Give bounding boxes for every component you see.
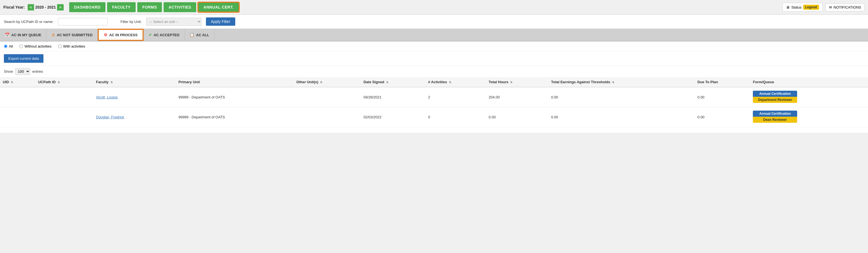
- check-icon: ✔: [149, 33, 152, 37]
- sort-other-icon[interactable]: ⇅: [320, 81, 322, 84]
- table-container: UID ⇅ UCPath ID ⇅ Faculty ⇅ Primary Unit…: [0, 77, 868, 133]
- entries-select[interactable]: 100: [15, 68, 30, 75]
- cell-uid-2: [0, 107, 35, 127]
- sort-faculty-icon[interactable]: ⇅: [111, 81, 113, 84]
- cell-faculty-2[interactable]: Douglas, Fredrick: [93, 107, 176, 127]
- main-nav: DASHBOARD FACULTY FORMS ACTIVITIES ANNUA…: [69, 2, 780, 12]
- cell-hours-1: 204.00: [486, 87, 548, 107]
- col-form-queue: Form/Queue: [750, 77, 868, 87]
- sort-hours-icon[interactable]: ⇅: [510, 81, 512, 84]
- prev-year-button[interactable]: <: [28, 4, 34, 10]
- show-label: Show: [4, 69, 13, 74]
- export-row: Export current data: [0, 51, 868, 66]
- gear-icon: ⚙: [104, 33, 107, 37]
- tab-ac-accepted[interactable]: ✔ AC ACCEPTED: [144, 29, 185, 41]
- radio-all-input[interactable]: [4, 44, 7, 48]
- cell-primary-1: 99999 - Department of OATS: [176, 87, 294, 107]
- calendar-icon: 📅: [5, 33, 10, 37]
- notif-label: NOTIFICATIONS: [834, 5, 861, 9]
- search-input[interactable]: [58, 18, 108, 26]
- table-row: Douglas, Fredrick 99999 - Department of …: [0, 107, 868, 127]
- col-ucpath: UCPath ID ⇅: [35, 77, 93, 87]
- col-total-earnings: Total Earnings Against Thresholds ⇅: [548, 77, 695, 87]
- tab-ac-in-my-queue-label: AC IN MY QUEUE: [11, 33, 41, 37]
- header: Fiscal Year: < 2020 - 2021 > DASHBOARD F…: [0, 0, 868, 15]
- cell-earnings-2: 0.00: [548, 107, 695, 127]
- cell-primary-2: 99999 - Department of OATS: [176, 107, 294, 127]
- tab-ac-in-my-queue[interactable]: 📅 AC IN MY QUEUE: [0, 29, 46, 41]
- col-activities: # Activities ⇅: [426, 77, 486, 87]
- notifications-button[interactable]: ✉ NOTIFICATIONS: [826, 3, 865, 11]
- table-header-row: UID ⇅ UCPath ID ⇅ Faculty ⇅ Primary Unit…: [0, 77, 868, 87]
- fiscal-year-nav: < 2020 - 2021 >: [28, 4, 64, 10]
- tab-ac-accepted-label: AC ACCEPTED: [154, 33, 179, 37]
- form-queue-top-2: Annual Certification: [753, 111, 797, 117]
- radio-without-input[interactable]: [20, 44, 23, 48]
- sort-activities-icon[interactable]: ⇅: [449, 81, 451, 84]
- export-button[interactable]: Export current data: [4, 54, 43, 63]
- radio-with-label: With activities: [63, 44, 85, 48]
- envelope-icon: ✉: [829, 5, 832, 9]
- nav-dashboard[interactable]: DASHBOARD: [69, 2, 106, 12]
- unit-select[interactable]: -- Select an unit --: [146, 18, 202, 26]
- sort-ucpath-icon[interactable]: ⇅: [58, 81, 60, 84]
- status-label: Status: [791, 5, 802, 9]
- radio-with-input[interactable]: [58, 44, 62, 48]
- fiscal-year-value: 2020 - 2021: [35, 5, 56, 9]
- tab-ac-all[interactable]: 📋 AC ALL: [185, 29, 214, 41]
- status-button[interactable]: 🖥 Status Legend: [782, 3, 823, 12]
- radio-with-activities[interactable]: With activities: [58, 44, 85, 48]
- tab-ac-not-submitted-label: AC NOT SUBMITTED: [57, 33, 92, 37]
- fiscal-year-label: Fiscal Year:: [3, 5, 25, 9]
- cell-activities-2: 0: [426, 107, 486, 127]
- cell-hours-2: 0.00: [486, 107, 548, 127]
- tab-ac-in-process[interactable]: ⚙ AC IN PROCESS: [98, 29, 143, 40]
- cell-earnings-1: 0.00: [548, 87, 695, 107]
- form-queue-badge-2[interactable]: Annual Certification Dean Reviewer: [753, 111, 797, 123]
- filter-row: Search by UCPath ID or name: Filter by U…: [0, 15, 868, 29]
- sort-earnings-icon[interactable]: ⇅: [612, 81, 614, 84]
- col-primary-unit: Primary Unit: [176, 77, 294, 87]
- cell-faculty-1[interactable]: Alcott, Louisa: [93, 87, 176, 107]
- cell-ucpath-2: [35, 107, 93, 127]
- tab-ac-in-process-label: AC IN PROCESS: [109, 33, 137, 37]
- nav-annual-cert[interactable]: ANNUAL CERT.: [198, 2, 239, 12]
- cell-other-1: [293, 87, 361, 107]
- col-due-to-plan: Due To Plan: [695, 77, 750, 87]
- tab-ac-not-submitted[interactable]: ⚠ AC NOT SUBMITTED: [46, 29, 98, 41]
- cell-other-2: [293, 107, 361, 127]
- cell-date-1: 09/28/2021: [361, 87, 426, 107]
- legend-badge: Legend: [803, 5, 819, 10]
- radio-row: All Without activities With activities: [0, 41, 868, 51]
- form-queue-bottom-2: Dean Reviewer: [753, 117, 797, 123]
- col-faculty: Faculty ⇅: [93, 77, 176, 87]
- radio-without-label: Without activities: [24, 44, 52, 48]
- cell-due-1: 0.00: [695, 87, 750, 107]
- tab-row: 📅 AC IN MY QUEUE ⚠ AC NOT SUBMITTED ⚙ AC…: [0, 29, 868, 41]
- radio-without-activities[interactable]: Without activities: [20, 44, 52, 48]
- col-total-hours: Total Hours ⇅: [486, 77, 548, 87]
- cell-form-1: Annual Certification Department Reviewer: [750, 87, 868, 107]
- apply-filter-button[interactable]: Apply Filter: [206, 17, 235, 26]
- cell-uid-1: [0, 87, 35, 107]
- next-year-button[interactable]: >: [57, 4, 64, 10]
- filter-unit-label: Filter by Unit:: [120, 20, 142, 24]
- show-entries-row: Show 100 entries: [0, 66, 868, 77]
- cell-form-2: Annual Certification Dean Reviewer: [750, 107, 868, 127]
- nav-faculty[interactable]: FACULTY: [107, 2, 135, 12]
- form-queue-top-1: Annual Certification: [753, 91, 797, 97]
- form-queue-bottom-1: Department Reviewer: [753, 97, 797, 103]
- form-queue-badge-1[interactable]: Annual Certification Department Reviewer: [753, 91, 797, 103]
- header-right: 🖥 Status Legend ✉ NOTIFICATIONS: [782, 3, 865, 12]
- sort-date-icon[interactable]: ⇅: [386, 81, 388, 84]
- tab-ac-all-label: AC ALL: [196, 33, 209, 37]
- sort-uid-icon[interactable]: ⇅: [11, 81, 13, 84]
- nav-activities[interactable]: ACTIVITIES: [163, 2, 196, 12]
- main-table: UID ⇅ UCPath ID ⇅ Faculty ⇅ Primary Unit…: [0, 77, 868, 127]
- radio-all[interactable]: All: [4, 44, 13, 48]
- entries-label: entries: [32, 69, 43, 74]
- cell-date-2: 02/03/2022: [361, 107, 426, 127]
- radio-all-label: All: [9, 44, 13, 48]
- monitor-icon: 🖥: [786, 5, 790, 9]
- nav-forms[interactable]: FORMS: [137, 2, 162, 12]
